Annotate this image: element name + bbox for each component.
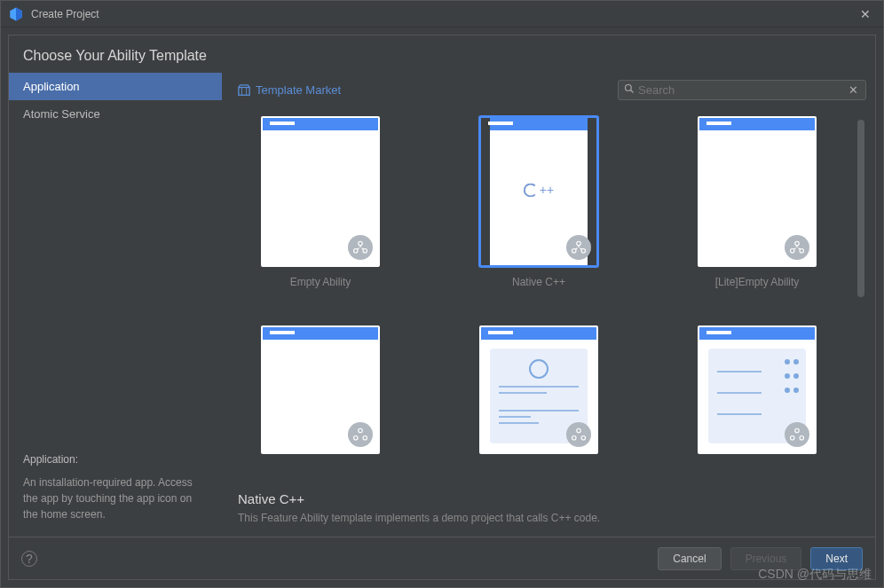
template-badge-icon xyxy=(785,422,809,447)
sidebar-item-label: Application xyxy=(23,80,80,93)
template-preview-dots xyxy=(785,359,799,393)
template-grid-wrap: Empty Ability ++ Native C++ xyxy=(238,113,866,482)
svg-point-3 xyxy=(626,85,632,91)
detail-description: This Feature Ability template implements… xyxy=(238,512,866,524)
svg-point-21 xyxy=(791,436,795,441)
template-native-cpp[interactable]: ++ Native C++ xyxy=(456,116,621,308)
search-input[interactable] xyxy=(638,83,847,97)
create-project-window: Create Project ✕ Choose Your Ability Tem… xyxy=(0,0,884,588)
template-badge-icon xyxy=(348,235,373,260)
sidebar-description: Application: An installation-required ap… xyxy=(9,439,222,537)
template-thumb[interactable] xyxy=(698,116,817,267)
template-row2-a[interactable] xyxy=(238,325,403,474)
search-icon xyxy=(624,83,635,97)
template-scrollbar[interactable] xyxy=(857,120,864,475)
template-row2-b[interactable] xyxy=(456,325,621,474)
sidebar-list: Application Atomic Service xyxy=(9,73,222,128)
svg-point-14 xyxy=(359,428,363,433)
svg-point-20 xyxy=(795,428,800,433)
svg-point-19 xyxy=(581,436,586,441)
next-button[interactable]: Next xyxy=(810,547,863,570)
sidebar-item-label: Atomic Service xyxy=(23,107,100,121)
previous-button: Previous xyxy=(730,547,802,570)
close-icon[interactable]: ✕ xyxy=(855,7,876,21)
cancel-button[interactable]: Cancel xyxy=(658,547,721,570)
main-panel: Template Market ✕ xyxy=(222,73,875,537)
svg-point-15 xyxy=(354,436,359,441)
cpp-icon: ++ xyxy=(524,183,554,197)
search-box[interactable]: ✕ xyxy=(618,80,866,100)
svg-point-8 xyxy=(577,241,581,246)
help-icon[interactable]: ? xyxy=(21,551,37,567)
template-thumb[interactable] xyxy=(698,325,817,454)
svg-point-18 xyxy=(572,436,577,441)
template-row2-c[interactable] xyxy=(675,325,840,474)
detail-title: Native C++ xyxy=(238,491,866,506)
dialog-inner: Choose Your Ability Template Application… xyxy=(8,35,876,580)
template-empty-ability[interactable]: Empty Ability xyxy=(238,116,403,308)
sidebar-description-text: An installation-required app. Access the… xyxy=(23,474,208,522)
app-logo-icon xyxy=(8,6,24,22)
template-thumb[interactable] xyxy=(479,325,598,454)
sidebar: Application Atomic Service Application: … xyxy=(9,73,222,537)
sidebar-description-title: Application: xyxy=(23,453,208,466)
dialog-body: Application Atomic Service Application: … xyxy=(9,73,875,537)
template-label: Empty Ability xyxy=(290,276,351,288)
page-title: Choose Your Ability Template xyxy=(9,35,875,73)
main-top-bar: Template Market ✕ xyxy=(238,73,866,113)
sidebar-item-atomic-service[interactable]: Atomic Service xyxy=(9,100,222,128)
template-market-label: Template Market xyxy=(256,83,341,97)
template-market-link[interactable]: Template Market xyxy=(238,83,341,97)
template-grid: Empty Ability ++ Native C++ xyxy=(238,113,866,482)
svg-rect-0 xyxy=(239,87,249,95)
svg-point-5 xyxy=(359,241,363,246)
svg-point-16 xyxy=(363,436,367,441)
sidebar-spacer xyxy=(9,128,222,439)
template-lite-empty-ability[interactable]: [Lite]Empty Ability xyxy=(675,116,840,308)
svg-point-11 xyxy=(795,241,800,246)
template-label: [Lite]Empty Ability xyxy=(715,276,800,288)
template-badge-icon xyxy=(348,422,373,447)
search-clear-icon[interactable]: ✕ xyxy=(847,83,860,97)
template-thumb[interactable]: ++ xyxy=(479,116,598,267)
template-badge-icon xyxy=(566,235,591,260)
market-icon xyxy=(238,84,250,97)
selected-template-detail: Native C++ This Feature Ability template… xyxy=(238,482,866,537)
svg-point-17 xyxy=(577,428,581,433)
scrollbar-handle[interactable] xyxy=(857,120,864,297)
svg-line-4 xyxy=(631,90,634,93)
template-badge-icon xyxy=(785,235,809,260)
template-label: Native C++ xyxy=(512,276,565,288)
template-badge-icon xyxy=(566,422,591,447)
titlebar: Create Project ✕ xyxy=(1,1,883,27)
svg-point-22 xyxy=(800,436,804,441)
template-thumb[interactable] xyxy=(261,116,380,267)
template-thumb[interactable] xyxy=(261,325,380,454)
window-title: Create Project xyxy=(31,8,855,20)
sidebar-item-application[interactable]: Application xyxy=(9,73,222,100)
dialog-footer: ? Cancel Previous Next xyxy=(9,537,875,579)
